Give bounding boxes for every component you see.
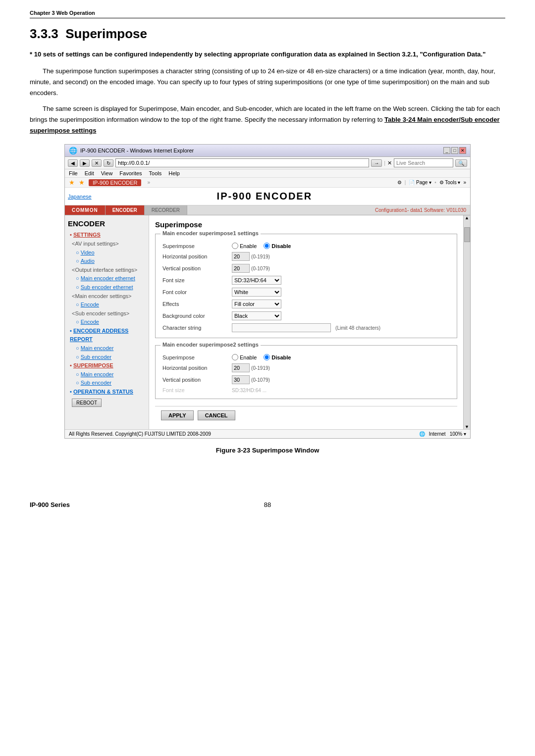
effects-select-1[interactable]: Fill color Shadow None <box>232 300 281 308</box>
browser-statusbar: All Rights Reserved. Copyright(C) FUJITS… <box>65 429 470 438</box>
bgcolor-select-1[interactable]: Black White Red <box>232 311 281 320</box>
window-restore-btn[interactable]: □ <box>451 147 458 154</box>
sidebar-item-enc-address[interactable]: • ENCODER ADDRESS REPORT <box>70 327 146 344</box>
fontcolor-select-1[interactable]: White Black Red Yellow <box>232 288 281 297</box>
encoder-tabs: COMMON ENCODER RECORDER Configuration1- … <box>65 205 470 215</box>
sidebar-item-sub-enc-eth[interactable]: ○Sub encoder ethernet <box>76 283 146 292</box>
browser-menubar: File Edit View Favorites Tools Help <box>65 169 470 178</box>
browser-icon: 🌐 <box>69 147 77 154</box>
row-bgcolor-1: Background color Black White Red <box>160 310 452 322</box>
sidebar-title: ENCODER <box>68 219 146 228</box>
body-paragraph-1: The superimpose function superimposes a … <box>30 66 505 99</box>
browser-titlebar: 🌐 IP-900 ENCODER - Windows Internet Expl… <box>65 145 470 157</box>
row-superimpose-1: Superimpose Enable Disable <box>160 241 452 251</box>
fontsize-select-1[interactable]: SD:32/HD:64 SD:16/HD:32 <box>232 276 281 285</box>
disable-radio-1[interactable]: Disable <box>264 243 291 249</box>
tools-separator1: | <box>405 180 406 185</box>
disable-radio-2[interactable]: Disable <box>264 354 291 360</box>
vpos-range-1: (0-1079) <box>251 266 270 271</box>
page-btn[interactable]: 📄 Page ▾ <box>409 180 431 185</box>
sidebar-item-encode1[interactable]: ○Encode <box>76 301 146 309</box>
sidebar-item-output-interface: <Output interface settings> <box>72 266 146 275</box>
enable-radio-2[interactable]: Enable <box>232 354 257 360</box>
search-input[interactable] <box>394 158 453 167</box>
menu-favorites[interactable]: Favorites <box>119 170 142 176</box>
nav-forward-btn[interactable]: ▶ <box>80 159 90 167</box>
vpos-input-1[interactable] <box>232 264 250 273</box>
vpos-range-2: (0-1079) <box>251 377 270 383</box>
sidebar-item-settings[interactable]: • SETTINGS <box>70 231 146 240</box>
cancel-button[interactable]: CANCEL <box>198 410 235 420</box>
sidebar-item-main-enc-addr[interactable]: ○Main encoder <box>76 344 146 353</box>
bookmark-encoder[interactable]: IP-900 ENCODER <box>89 179 141 186</box>
row-hpos-1: Horizontal position (0-1919) <box>160 251 452 262</box>
address-input[interactable] <box>115 158 369 167</box>
row-superimpose-2: Superimpose Enable Disable <box>160 353 452 362</box>
sidebar-item-superimpose[interactable]: • SUPERIMPOSE <box>70 361 146 370</box>
menu-view[interactable]: View <box>101 170 113 176</box>
tools-btn[interactable]: ⚙ Tools ▾ <box>439 180 461 185</box>
nav-back-btn[interactable]: ◀ <box>68 159 78 167</box>
tab-encoder[interactable]: ENCODER <box>106 205 145 215</box>
scrollbar-thumb[interactable] <box>464 227 470 242</box>
zone-icon: 🌐 <box>419 431 425 437</box>
menu-edit[interactable]: Edit <box>85 170 94 176</box>
tools-separator2: • <box>434 180 436 185</box>
favorites-star-icon: ★ <box>69 179 75 186</box>
menu-tools[interactable]: Tools <box>149 170 162 176</box>
sidebar-item-main-enc-eth[interactable]: ○Main encoder ethernet <box>76 274 146 283</box>
sidebar-item-sub-enc-sup[interactable]: ○Sub encoder <box>76 379 146 388</box>
partial-row-hint: SD:32/HD:64 ... <box>232 388 267 393</box>
char-limit-hint-1: (Limit 48 characters) <box>335 325 380 331</box>
tools-icon1[interactable]: ⚙ <box>397 180 402 185</box>
encoder-content: Japanese IP-900 ENCODER COMMON ENCODER R… <box>65 188 470 438</box>
menu-help[interactable]: Help <box>168 170 180 176</box>
lang-link[interactable]: Japanese <box>68 194 92 200</box>
nav-refresh-btn[interactable]: ↻ <box>104 159 113 167</box>
sidebar-item-operation-status[interactable]: • OPERATION & STATUS <box>70 388 146 397</box>
apply-button[interactable]: APPLY <box>161 410 194 420</box>
section-title: 3.3.3 Superimpose <box>30 26 505 42</box>
nav-go-btn[interactable]: → <box>371 159 382 167</box>
charstring-input-1[interactable] <box>232 323 331 332</box>
sidebar-item-encode2[interactable]: ○Encode <box>76 318 146 327</box>
bookmark-add-btn[interactable]: » <box>147 180 150 185</box>
scrollbar-down-btn[interactable]: ▼ <box>465 424 469 429</box>
main-panel-title: Superimpose <box>155 220 457 229</box>
sidebar-item-reboot[interactable]: REBOOT <box>72 399 146 407</box>
row-hpos-2: Horizontal position (0-1919) <box>160 362 452 374</box>
row-partial: Font size SD:32/HD:64 ... <box>160 386 452 395</box>
hpos-input-2[interactable] <box>232 363 250 372</box>
add-favorites-icon: ★ <box>79 179 85 186</box>
sidebar-item-main-enc-sup[interactable]: ○Main encoder <box>76 370 146 379</box>
nav-stop-btn[interactable]: ✕ <box>92 159 102 167</box>
encoder-body: ENCODER • SETTINGS <AV input settings> ○… <box>65 215 470 429</box>
window-minimize-btn[interactable]: _ <box>443 147 450 154</box>
enable-radio-1[interactable]: Enable <box>232 243 257 249</box>
sidebar: ENCODER • SETTINGS <AV input settings> ○… <box>65 215 149 429</box>
figure-caption: Figure 3-23 Superimpose Window <box>30 447 505 454</box>
sidebar-item-audio[interactable]: ○Audio <box>76 257 146 266</box>
more-btn[interactable]: » <box>463 180 466 185</box>
scrollbar-up-btn[interactable]: ▲ <box>465 215 469 220</box>
settings-group-2-title: Main encoder superimpose2 settings <box>160 342 261 348</box>
vpos-input-2[interactable] <box>232 375 250 384</box>
tab-common[interactable]: COMMON <box>65 205 106 215</box>
zone-text: Internet <box>429 431 446 437</box>
hpos-input-1[interactable] <box>232 252 250 261</box>
sidebar-item-video[interactable]: ○Video <box>76 249 146 257</box>
menu-file[interactable]: File <box>69 170 78 176</box>
scrollbar[interactable]: ▲ ▼ <box>463 215 470 429</box>
browser-title: IP-900 ENCODER - Windows Internet Explor… <box>80 148 194 153</box>
window-close-btn[interactable]: ✕ <box>459 147 466 154</box>
hpos-range-1: (0-1919) <box>251 254 270 259</box>
browser-bookmarkbar: ★ ★ IP-900 ENCODER » ⚙ | 📄 Page ▾ • ⚙ To… <box>65 178 470 188</box>
browser-toolbar: ◀ ▶ ✕ ↻ → | ✕ 🔍 <box>65 157 470 169</box>
sidebar-item-main-enc-settings: <Main encoder settings> <box>72 292 146 301</box>
browser-window: 🌐 IP-900 ENCODER - Windows Internet Expl… <box>64 144 471 439</box>
row-fontsize-1: Font size SD:32/HD:64 SD:16/HD:32 <box>160 274 452 286</box>
sidebar-item-sub-enc-addr[interactable]: ○Sub encoder <box>76 353 146 362</box>
tab-recorder[interactable]: RECORDER <box>145 205 187 215</box>
search-btn[interactable]: 🔍 <box>455 159 467 167</box>
intro-bold-text: * 10 sets of settings can be configured … <box>30 50 505 60</box>
